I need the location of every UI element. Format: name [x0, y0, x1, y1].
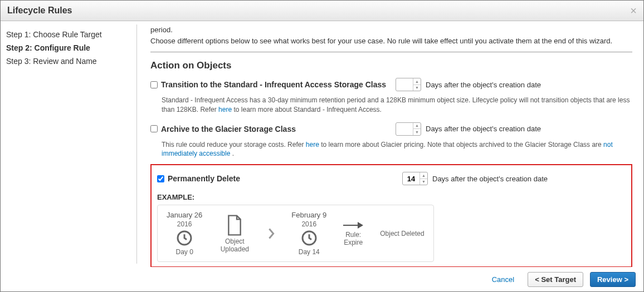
- example-end: February 9 2016 Day 14: [291, 211, 326, 256]
- delete-spinner[interactable]: ▲▼: [419, 172, 427, 185]
- dialog-header: Lifecycle Rules ×: [1, 1, 643, 21]
- delete-checkbox[interactable]: [157, 175, 164, 182]
- delete-days-input-wrap[interactable]: ▲▼: [402, 172, 428, 185]
- action-delete: Permanently Delete ▲▼ Days after the obj…: [157, 170, 626, 187]
- example-rule: Rule: Expire: [342, 221, 364, 246]
- glacier-here-link[interactable]: here: [306, 141, 319, 149]
- glacier-checkbox-label[interactable]: Archive to the Glacier Storage Class: [150, 125, 396, 133]
- chevron-right-icon: [267, 227, 276, 240]
- glacier-days-input-wrap[interactable]: ▲▼: [396, 122, 421, 136]
- clock-icon: [175, 229, 193, 247]
- ia-help: Standard - Infrequent Access has a 30-da…: [162, 96, 632, 115]
- example-upload: Object Uploaded: [218, 214, 251, 253]
- main-panel: period. Choose different options below t…: [137, 21, 643, 267]
- example-chevron: [267, 227, 276, 240]
- separator: [150, 52, 632, 52]
- spinner-up-icon[interactable]: ▲: [413, 123, 421, 130]
- example-deleted: Object Deleted: [380, 230, 424, 237]
- spinner-down-icon[interactable]: ▼: [413, 129, 421, 135]
- close-icon[interactable]: ×: [630, 5, 637, 16]
- intro-line2: Choose different options below to see wh…: [150, 37, 612, 45]
- delete-days-input[interactable]: [403, 175, 419, 183]
- dialog-body: Step 1: Choose Rule Target Step 2: Confi…: [1, 21, 643, 267]
- dialog-footer: Cancel < Set Target Review >: [1, 267, 643, 291]
- intro-text: period. Choose different options below t…: [150, 24, 632, 46]
- glacier-suffix: Days after the object's creation date: [426, 125, 541, 133]
- ia-label-text: Transition to the Standard - Infrequent …: [161, 80, 386, 89]
- ia-here-link[interactable]: here: [218, 106, 232, 113]
- example-start: January 26 2016 Day 0: [167, 211, 202, 256]
- set-target-button[interactable]: < Set Target: [528, 272, 583, 287]
- action-glacier: Archive to the Glacier Storage Class ▲▼ …: [150, 120, 632, 138]
- spinner-down-icon[interactable]: ▼: [413, 85, 421, 91]
- action-transition-ia: Transition to the Standard - Infrequent …: [150, 76, 632, 93]
- glacier-checkbox[interactable]: [150, 125, 158, 132]
- ia-days-input[interactable]: [396, 81, 413, 89]
- spinner-up-icon[interactable]: ▲: [413, 78, 421, 85]
- delete-label-text: Permanently Delete: [168, 174, 240, 183]
- cancel-button[interactable]: Cancel: [485, 273, 521, 286]
- step-1[interactable]: Step 1: Choose Rule Target: [6, 28, 131, 41]
- ia-suffix: Days after the object's creation date: [426, 81, 541, 89]
- glacier-days-input[interactable]: [396, 125, 413, 133]
- step-3[interactable]: Step 3: Review and Name: [6, 55, 131, 68]
- arrow-right-icon: [342, 221, 364, 230]
- ia-checkbox-label[interactable]: Transition to the Standard - Infrequent …: [150, 80, 396, 89]
- delete-highlight: Permanently Delete ▲▼ Days after the obj…: [150, 164, 632, 267]
- clock-icon: [300, 229, 318, 247]
- ia-days-input-wrap[interactable]: ▲▼: [396, 78, 421, 91]
- dialog-title: Lifecycle Rules: [7, 6, 72, 16]
- review-button[interactable]: Review >: [590, 272, 636, 287]
- step-2[interactable]: Step 2: Configure Rule: [6, 41, 131, 55]
- delete-checkbox-label[interactable]: Permanently Delete: [157, 174, 402, 183]
- spinner-up-icon[interactable]: ▲: [420, 172, 427, 179]
- ia-checkbox[interactable]: [150, 81, 158, 88]
- glacier-help: This rule could reduce your storage cost…: [162, 140, 632, 159]
- lifecycle-rules-dialog: Lifecycle Rules × Step 1: Choose Rule Ta…: [0, 0, 644, 292]
- glacier-label-text: Archive to the Glacier Storage Class: [161, 125, 296, 133]
- example-label: EXAMPLE:: [157, 193, 626, 201]
- intro-line1: period.: [150, 26, 173, 34]
- spinner-down-icon[interactable]: ▼: [420, 179, 427, 185]
- delete-suffix: Days after the object's creation date: [432, 175, 548, 183]
- file-icon: [226, 214, 243, 236]
- section-title: Action on Objects: [150, 60, 632, 71]
- wizard-steps: Step 1: Choose Rule Target Step 2: Confi…: [1, 21, 136, 267]
- ia-spinner[interactable]: ▲▼: [413, 78, 421, 91]
- glacier-spinner[interactable]: ▲▼: [413, 123, 421, 135]
- example-box: January 26 2016 Day 0 Object Uploaded Fe…: [157, 205, 434, 262]
